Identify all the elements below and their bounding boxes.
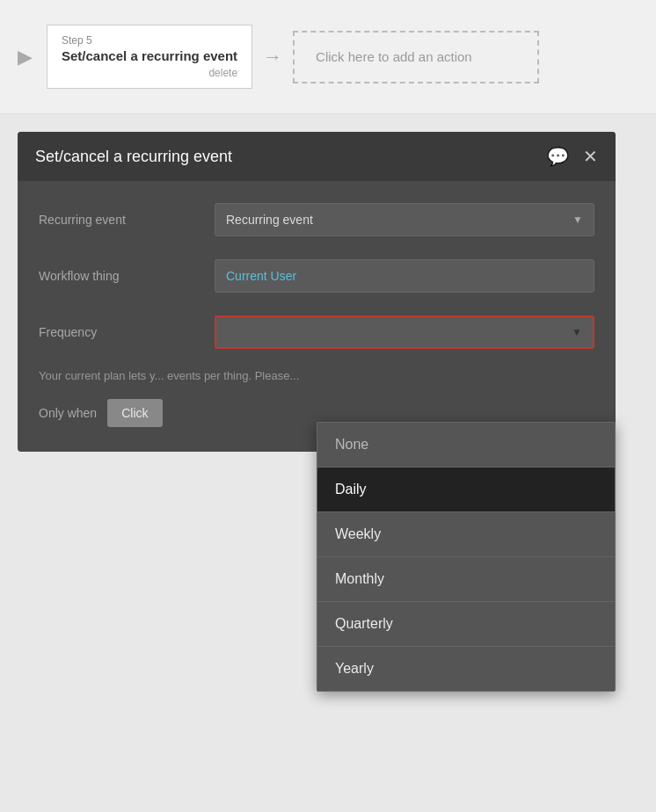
- step-box: Step 5 Set/cancel a recurring event dele…: [47, 25, 252, 89]
- frequency-row: Frequency ▼: [39, 311, 594, 353]
- step-title: Set/cancel a recurring event: [62, 48, 237, 63]
- modal-header: Set/cancel a recurring event 💬 ✕: [18, 132, 616, 181]
- dropdown-item-quarterly[interactable]: Quarterly: [317, 602, 615, 647]
- add-action-box[interactable]: Click here to add an action: [293, 31, 539, 83]
- close-icon[interactable]: ✕: [583, 146, 598, 167]
- modal: Set/cancel a recurring event 💬 ✕ Recurri…: [18, 132, 616, 452]
- frequency-dropdown-menu: None Daily Weekly Monthly Quarterly Year…: [317, 422, 616, 692]
- recurring-event-row: Recurring event Recurring event ▼: [39, 199, 594, 241]
- warning-text: Your current plan lets y... events per t…: [39, 367, 594, 385]
- workflow-thing-text: Current User: [226, 269, 296, 283]
- workflow-bar: ▶ Step 5 Set/cancel a recurring event de…: [0, 0, 656, 114]
- modal-title: Set/cancel a recurring event: [35, 148, 232, 166]
- frequency-label: Frequency: [39, 325, 215, 339]
- dropdown-item-yearly[interactable]: Yearly: [317, 647, 615, 691]
- workflow-thing-row: Workflow thing Current User: [39, 255, 594, 297]
- recurring-event-arrow-icon: ▼: [572, 214, 583, 226]
- dropdown-item-weekly[interactable]: Weekly: [317, 512, 615, 557]
- click-button[interactable]: Click: [107, 399, 162, 427]
- frequency-arrow-icon: ▼: [572, 326, 582, 338]
- only-when-label: Only when: [39, 406, 97, 420]
- step-label: Step 5: [62, 34, 237, 47]
- modal-header-icons: 💬 ✕: [547, 146, 598, 167]
- dropdown-item-none[interactable]: None: [317, 423, 615, 468]
- workflow-thing-value[interactable]: Current User: [215, 259, 594, 293]
- dropdown-item-monthly[interactable]: Monthly: [317, 557, 615, 602]
- dropdown-item-daily[interactable]: Daily: [317, 468, 615, 512]
- recurring-event-value: Recurring event: [226, 213, 313, 227]
- workflow-thing-label: Workflow thing: [39, 269, 215, 283]
- recurring-event-select[interactable]: Recurring event ▼: [215, 203, 594, 236]
- step-delete[interactable]: delete: [62, 67, 237, 79]
- modal-area: Set/cancel a recurring event 💬 ✕ Recurri…: [0, 114, 656, 469]
- frequency-select[interactable]: ▼: [215, 315, 594, 349]
- recurring-event-label: Recurring event: [39, 213, 215, 227]
- modal-body: Recurring event Recurring event ▼ Workfl…: [18, 181, 616, 452]
- step-arrow-right: →: [263, 46, 282, 69]
- step-arrow-left: ▶: [18, 46, 33, 69]
- comment-icon[interactable]: 💬: [547, 146, 569, 167]
